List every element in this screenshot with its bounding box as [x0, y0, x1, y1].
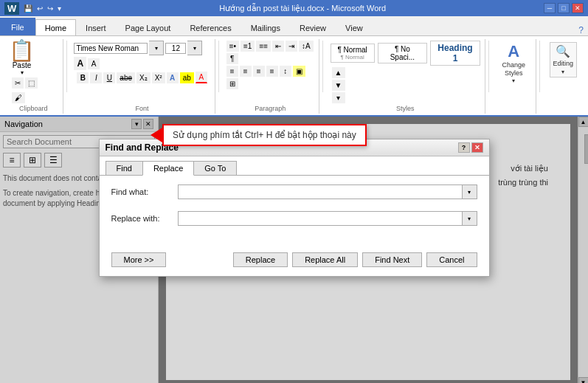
dialog-tab-find[interactable]: Find: [106, 161, 143, 176]
bullets-button[interactable]: ≡•: [226, 41, 239, 52]
paste-button[interactable]: 📋 Paste ▾: [9, 41, 35, 76]
dialog-close-button[interactable]: ✕: [471, 142, 483, 153]
line-spacing-button[interactable]: ↕: [280, 66, 291, 77]
ribbon-group-clipboard: 📋 Paste ▾ ✂ ⬚ 🖌 Clipboard: [4, 39, 63, 114]
find-what-input[interactable]: [178, 184, 463, 199]
justify-button[interactable]: ≡: [266, 66, 278, 77]
styles-more[interactable]: ▾: [332, 92, 345, 103]
dialog-help-button[interactable]: ?: [458, 142, 470, 153]
ribbon-help-icon[interactable]: ?: [578, 25, 584, 35]
find-what-field: Find what: ▾: [111, 184, 477, 199]
align-center-button[interactable]: ≡: [240, 66, 252, 77]
text-highlight-button[interactable]: ab: [180, 72, 194, 83]
main-area: Navigation ▾ ✕ ≡ ⊞ ☰ This document does …: [0, 117, 588, 383]
style-heading1[interactable]: Heading 1: [430, 41, 480, 66]
style-no-spacing[interactable]: ¶ No Spaci...: [378, 43, 428, 63]
replace-with-field: Replace with: ▾: [111, 211, 477, 226]
align-right-button[interactable]: ≡: [253, 66, 265, 77]
styles-scroll-up[interactable]: ▲: [332, 67, 345, 78]
bold-button[interactable]: B: [77, 72, 89, 83]
font-size-dropdown[interactable]: ▾: [187, 41, 202, 55]
paragraph-label: Paragraph: [255, 103, 286, 112]
dialog-footer: More >> Replace Replace All Find Next Ca…: [100, 246, 489, 276]
editing-button[interactable]: 🔍 Editing ▾: [545, 41, 582, 79]
dialog-overlay: Find and Replace ? ✕ Sử dụng phím tắt Ct…: [0, 117, 588, 383]
styles-scroll-down[interactable]: ▼: [332, 80, 345, 91]
dialog-tabs: Find Replace Go To: [100, 156, 489, 176]
strikethrough-button[interactable]: abe: [117, 72, 135, 83]
text-effects-button[interactable]: A: [167, 72, 179, 83]
maximize-button[interactable]: □: [558, 3, 570, 13]
dialog-action-buttons: Replace Replace All Find Next Cancel: [233, 252, 477, 267]
ribbon-group-font: ▾ ▾ A A B I U abe X₂ X² A ab A: [69, 39, 215, 114]
replace-with-dropdown[interactable]: ▾: [463, 211, 477, 226]
multilevel-button[interactable]: ≡≡: [256, 41, 271, 52]
more-button[interactable]: More >>: [111, 252, 167, 267]
dialog-body: Find what: ▾ Replace with: ▾: [100, 175, 489, 246]
font-name-dropdown[interactable]: ▾: [149, 41, 164, 55]
tooltip-box: Sử dụng phím tắt Ctrl+ H để bật hộp thoạ…: [162, 124, 367, 146]
borders-button[interactable]: ⊞: [226, 78, 238, 89]
change-styles-button[interactable]: A ChangeStyles ▾: [499, 41, 529, 86]
tooltip-arrow: [151, 128, 162, 142]
quick-access-redo[interactable]: ↪: [47, 4, 53, 13]
tab-review[interactable]: Review: [290, 19, 336, 35]
cut-button[interactable]: ✂: [12, 77, 24, 89]
tab-view[interactable]: View: [336, 19, 373, 35]
quick-access-save[interactable]: 💾: [24, 4, 32, 13]
minimize-button[interactable]: ─: [544, 3, 556, 13]
grow-font-button[interactable]: A: [74, 57, 86, 70]
find-replace-dialog: Find and Replace ? ✕ Sử dụng phím tắt Ct…: [99, 139, 490, 277]
cancel-button[interactable]: Cancel: [426, 252, 477, 267]
find-what-label: Find what:: [111, 187, 178, 196]
copy-button[interactable]: ⬚: [25, 77, 38, 89]
decrease-indent-button[interactable]: ⇤: [272, 41, 284, 52]
font-size-input[interactable]: [165, 43, 186, 54]
font-name-input[interactable]: [74, 43, 148, 54]
sort-button[interactable]: ↕A: [299, 41, 314, 52]
subscript-button[interactable]: X₂: [136, 72, 151, 83]
shading-button[interactable]: ▣: [293, 66, 305, 77]
tab-references[interactable]: References: [180, 19, 241, 35]
window-title: Hướng dẫn post tài liệu.docx - Microsoft…: [219, 4, 386, 13]
tooltip-text: Sử dụng phím tắt Ctrl+ H để bật hộp thoạ…: [173, 130, 356, 140]
font-color-button[interactable]: A: [196, 72, 207, 83]
find-what-dropdown[interactable]: ▾: [463, 184, 477, 199]
replace-all-button[interactable]: Replace All: [292, 252, 358, 267]
tab-page-layout[interactable]: Page Layout: [116, 19, 181, 35]
underline-button[interactable]: U: [103, 72, 115, 83]
ribbon-group-paragraph: ≡• ≡1 ≡≡ ⇤ ⇥ ↕A ¶ ≡ ≡ ≡ ≡ ↕ ▣ ⊞: [222, 39, 319, 114]
tab-mailings[interactable]: Mailings: [241, 19, 290, 35]
find-next-button[interactable]: Find Next: [362, 252, 422, 267]
title-bar: W 💾 ↩ ↪ ▾ Hướng dẫn post tài liệu.docx -…: [0, 0, 588, 16]
dialog-tab-goto[interactable]: Go To: [193, 161, 237, 176]
shrink-font-button[interactable]: A: [88, 58, 100, 69]
dialog-tab-replace[interactable]: Replace: [142, 161, 194, 176]
show-hide-button[interactable]: ¶: [226, 53, 238, 64]
quick-access-undo[interactable]: ↩: [37, 4, 43, 13]
increase-indent-button[interactable]: ⇥: [286, 41, 297, 52]
style-normal[interactable]: ¶ Normal ¶ Normal: [331, 44, 375, 63]
paragraph-content: ≡• ≡1 ≡≡ ⇤ ⇥ ↕A ¶ ≡ ≡ ≡ ≡ ↕ ▣ ⊞: [226, 41, 314, 89]
tab-home[interactable]: Home: [35, 19, 76, 35]
italic-button[interactable]: I: [90, 72, 102, 83]
ribbon-group-styles: ¶ Normal ¶ Normal ¶ No Spaci... Heading …: [326, 39, 485, 114]
tab-insert[interactable]: Insert: [76, 19, 116, 35]
ribbon-content: 📋 Paste ▾ ✂ ⬚ 🖌 Clipboard: [0, 35, 588, 115]
numbering-button[interactable]: ≡1: [241, 41, 255, 52]
styles-label: Styles: [396, 103, 415, 112]
styles-content: ¶ Normal ¶ Normal ¶ No Spaci... Heading …: [331, 41, 480, 103]
clipboard-label: Clipboard: [19, 103, 48, 112]
close-button[interactable]: ✕: [572, 3, 584, 13]
word-icon: W: [4, 2, 19, 15]
align-left-button[interactable]: ≡: [226, 66, 238, 77]
replace-with-input[interactable]: [178, 211, 463, 226]
superscript-button[interactable]: X²: [152, 72, 165, 83]
replace-button[interactable]: Replace: [233, 252, 288, 267]
ribbon-tabs: File Home Insert Page Layout References …: [0, 16, 588, 35]
font-content: ▾ ▾ A A B I U abe X₂ X² A ab A: [74, 41, 210, 83]
quick-access-customize[interactable]: ▾: [58, 4, 61, 13]
replace-with-label: Replace with:: [111, 214, 178, 223]
format-painter-button[interactable]: 🖌: [12, 92, 25, 103]
tab-file[interactable]: File: [0, 18, 35, 35]
